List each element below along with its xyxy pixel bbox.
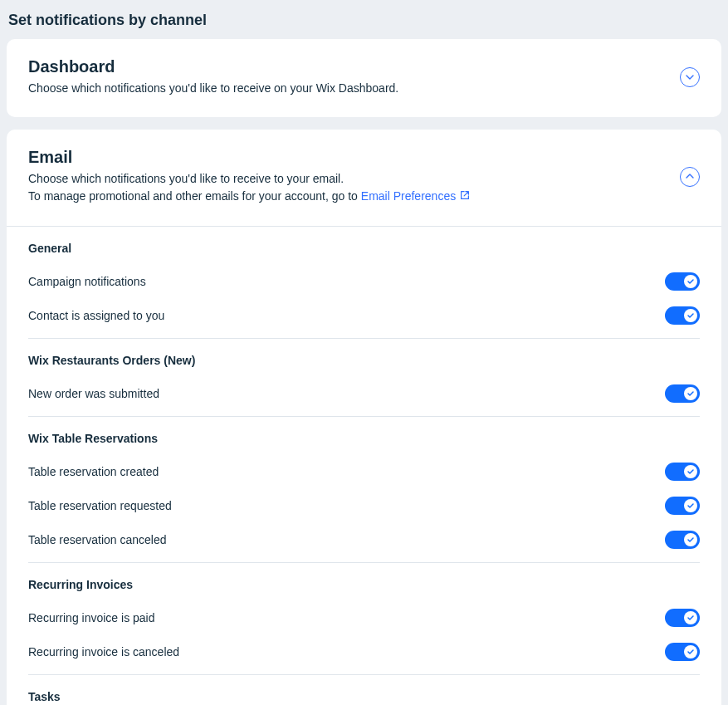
list-item: Contact is assigned to you — [28, 299, 700, 333]
dashboard-expand-button[interactable] — [680, 67, 700, 87]
dashboard-card-title: Dashboard — [28, 57, 680, 76]
item-label: New order was submitted — [28, 387, 159, 400]
email-card-desc-line2: To manage promotional and other emails f… — [28, 188, 680, 206]
toggle-invoice-canceled[interactable] — [665, 643, 700, 661]
toggle-reservation-requested[interactable] — [665, 497, 700, 515]
group-restaurants-orders: Wix Restaurants Orders (New) New order w… — [28, 339, 700, 417]
email-collapse-button[interactable] — [680, 167, 700, 187]
dashboard-card-desc: Choose which notifications you'd like to… — [28, 80, 680, 97]
toggle-new-order[interactable] — [665, 384, 700, 403]
check-icon — [686, 610, 695, 625]
page-title: Set notifications by channel — [7, 0, 721, 39]
external-link-icon — [459, 188, 471, 206]
check-icon — [686, 498, 695, 513]
group-title: Tasks — [28, 690, 700, 703]
email-card-desc-prefix: To manage promotional and other emails f… — [28, 189, 361, 203]
toggle-contact-assigned[interactable] — [665, 306, 700, 325]
toggle-reservation-created[interactable] — [665, 463, 700, 481]
group-title: General — [28, 242, 700, 255]
item-label: Contact is assigned to you — [28, 309, 164, 322]
group-table-reservations: Wix Table Reservations Table reservation… — [28, 417, 700, 563]
chevron-down-icon — [686, 71, 694, 84]
list-item: Table reservation requested — [28, 489, 700, 523]
email-card-body: General Campaign notifications Contact i… — [7, 226, 721, 705]
list-item: Recurring invoice is paid — [28, 601, 700, 635]
group-general: General Campaign notifications Contact i… — [28, 227, 700, 339]
email-card-header: Email Choose which notifications you'd l… — [7, 130, 721, 226]
email-preferences-link[interactable]: Email Preferences — [361, 189, 456, 203]
email-card-desc-line1: Choose which notifications you'd like to… — [28, 170, 680, 188]
item-label: Table reservation requested — [28, 499, 172, 512]
dashboard-card: Dashboard Choose which notifications you… — [7, 39, 721, 117]
item-label: Table reservation canceled — [28, 533, 167, 546]
group-recurring-invoices: Recurring Invoices Recurring invoice is … — [28, 563, 700, 675]
item-label: Recurring invoice is canceled — [28, 645, 179, 658]
email-card-title: Email — [28, 148, 680, 167]
check-icon — [686, 308, 695, 323]
toggle-invoice-paid[interactable] — [665, 609, 700, 627]
group-title: Recurring Invoices — [28, 578, 700, 591]
item-label: Campaign notifications — [28, 275, 146, 288]
list-item: Table reservation canceled — [28, 523, 700, 557]
check-icon — [686, 532, 695, 547]
list-item: Campaign notifications — [28, 265, 700, 299]
group-title: Wix Restaurants Orders (New) — [28, 354, 700, 367]
list-item: Recurring invoice is canceled — [28, 635, 700, 669]
toggle-reservation-canceled[interactable] — [665, 531, 700, 549]
chevron-up-icon — [686, 170, 694, 183]
item-label: Recurring invoice is paid — [28, 611, 155, 624]
check-icon — [686, 274, 695, 289]
check-icon — [686, 644, 695, 659]
item-label: Table reservation created — [28, 465, 159, 478]
dashboard-card-header: Dashboard Choose which notifications you… — [7, 39, 721, 117]
check-icon — [686, 386, 695, 401]
list-item: Table reservation created — [28, 455, 700, 489]
list-item: New order was submitted — [28, 377, 700, 411]
toggle-campaign-notifications[interactable] — [665, 272, 700, 291]
group-title: Wix Table Reservations — [28, 432, 700, 445]
email-card: Email Choose which notifications you'd l… — [7, 130, 721, 705]
group-tasks: Tasks Task is due — [28, 675, 700, 705]
check-icon — [686, 464, 695, 479]
